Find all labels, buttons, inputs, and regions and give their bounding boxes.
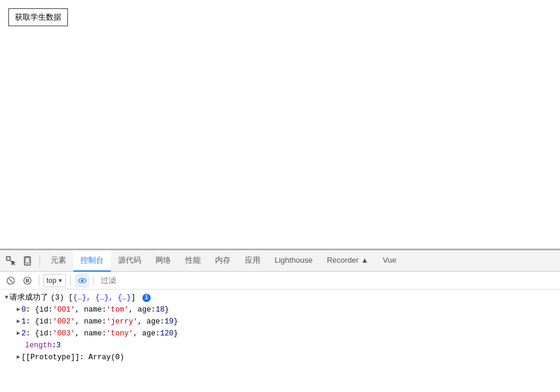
index-1: 1 xyxy=(21,316,26,327)
devtools-panel: 元素 控制台 源代码 网络 性能 内存 应用 Lighthouse Record… xyxy=(0,249,560,392)
svg-point-6 xyxy=(24,277,31,284)
show-console-sidebar-button[interactable] xyxy=(75,273,89,288)
tab-memory[interactable]: 内存 xyxy=(208,250,238,272)
tab-lighthouse[interactable]: Lighthouse xyxy=(267,250,320,272)
length-value: 3 xyxy=(57,340,61,351)
console-line-5: length : 3 xyxy=(0,340,560,351)
svg-rect-2 xyxy=(26,257,29,263)
toolbar-separator-2 xyxy=(70,275,71,286)
context-label: top xyxy=(46,276,57,285)
console-prefix-1: 请求成功了 xyxy=(10,293,48,303)
svg-rect-8 xyxy=(28,279,29,282)
svg-rect-0 xyxy=(7,257,10,260)
name-val-1: 'jerry' xyxy=(107,316,138,327)
svg-point-3 xyxy=(27,263,28,265)
inspect-element-icon-button[interactable] xyxy=(2,253,19,269)
expand-arrow-2[interactable]: ▶ xyxy=(17,304,20,315)
console-array-preview-1: (3) [{…}, {…}, {…}] i xyxy=(51,293,151,303)
console-line-4: ▶ 2 : {id: '003' , name: 'tony' , age: 1… xyxy=(0,328,560,340)
svg-rect-7 xyxy=(26,279,27,282)
tab-source[interactable]: 源代码 xyxy=(111,250,148,272)
clear-console-button[interactable] xyxy=(4,273,18,288)
age-val-0: 18 xyxy=(155,304,164,315)
tab-separator-1 xyxy=(39,255,40,267)
age-val-2: 120 xyxy=(160,328,174,339)
expand-arrow-4[interactable]: ▶ xyxy=(17,328,20,339)
main-content: 获取学生数据 xyxy=(0,0,560,249)
id-val-1: '002' xyxy=(53,316,76,327)
console-line-1: ▼ 请求成功了 (3) [{…}, {…}, {…}] i xyxy=(0,292,560,304)
device-toolbar-icon-button[interactable] xyxy=(19,253,36,269)
console-filter-input[interactable] xyxy=(98,274,203,287)
context-selector[interactable]: top ▼ xyxy=(43,274,66,287)
pause-script-button[interactable] xyxy=(20,273,35,288)
prototype-label: [[Prototype]]: Array(0) xyxy=(21,352,125,363)
fetch-student-data-button[interactable]: 获取学生数据 xyxy=(8,8,68,26)
console-line-6: ▶ [[Prototype]]: Array(0) xyxy=(0,351,560,363)
index-2: 2 xyxy=(21,328,26,339)
tab-elements[interactable]: 元素 xyxy=(43,250,73,272)
length-key: length xyxy=(25,340,52,351)
console-line-3: ▶ 1 : {id: '002' , name: 'jerry' , age: … xyxy=(0,316,560,328)
colon-2: : {id: xyxy=(26,328,53,339)
expand-arrow-1[interactable]: ▼ xyxy=(5,293,8,303)
index-0: 0 xyxy=(21,304,26,315)
info-icon: i xyxy=(142,294,151,302)
toolbar-separator-3 xyxy=(94,275,94,286)
id-val-0: '001' xyxy=(53,304,76,315)
svg-point-10 xyxy=(81,279,83,282)
tab-recorder[interactable]: Recorder ▲ xyxy=(320,250,376,272)
colon-0: : {id: xyxy=(26,304,53,315)
colon-1: : {id: xyxy=(26,316,53,327)
toolbar-separator-1 xyxy=(39,275,39,286)
name-val-2: 'tony' xyxy=(107,328,133,339)
console-line-2: ▶ 0 : {id: '001' , name: 'tom' , age: 18… xyxy=(0,304,560,316)
console-output: ▼ 请求成功了 (3) [{…}, {…}, {…}] i ▶ 0 : {id:… xyxy=(0,290,560,392)
devtools-tabs-bar: 元素 控制台 源代码 网络 性能 内存 应用 Lighthouse Record… xyxy=(0,250,560,272)
expand-arrow-3[interactable]: ▶ xyxy=(17,316,20,327)
age-val-1: 19 xyxy=(164,316,173,327)
tab-application[interactable]: 应用 xyxy=(238,250,267,272)
tab-vue[interactable]: Vue xyxy=(376,250,404,272)
chevron-down-icon: ▼ xyxy=(58,278,63,284)
devtools-toolbar: top ▼ xyxy=(0,272,560,290)
tab-performance[interactable]: 性能 xyxy=(178,250,208,272)
expand-arrow-5[interactable]: ▶ xyxy=(17,352,20,363)
tab-console[interactable]: 控制台 xyxy=(73,250,111,272)
svg-line-5 xyxy=(9,279,13,282)
tab-network[interactable]: 网络 xyxy=(148,250,178,272)
name-val-0: 'tom' xyxy=(107,304,129,315)
id-val-2: '003' xyxy=(53,328,76,339)
